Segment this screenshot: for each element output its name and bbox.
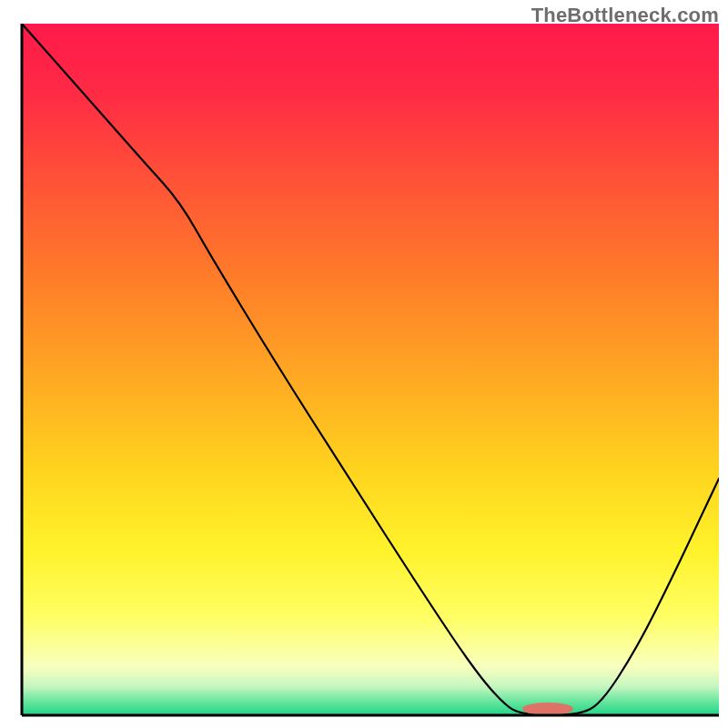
bottleneck-chart [0, 0, 728, 728]
optimal-marker [522, 703, 573, 715]
plot-background [22, 24, 719, 715]
watermark-text: TheBottleneck.com [531, 4, 719, 27]
chart-frame: TheBottleneck.com [0, 0, 728, 728]
